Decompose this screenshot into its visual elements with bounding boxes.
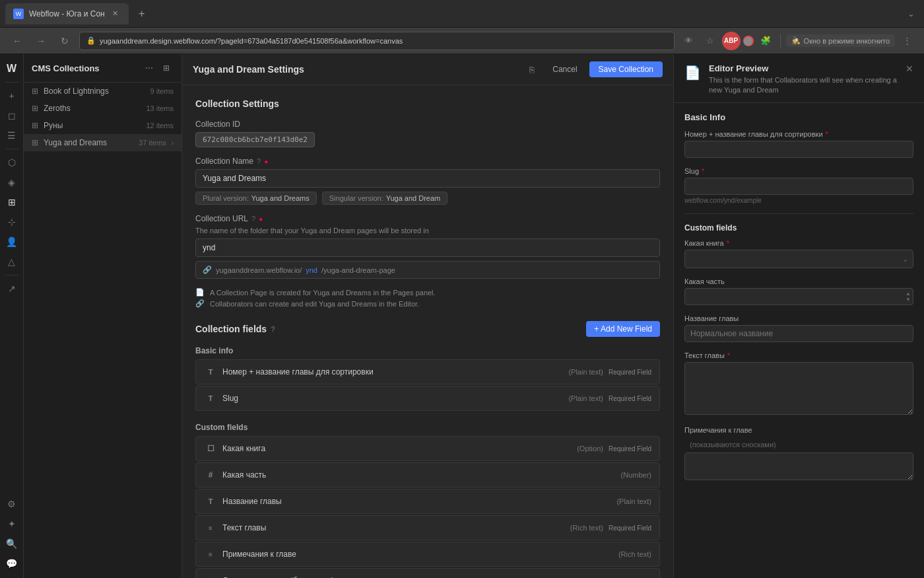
right-kniga-select[interactable] <box>684 250 913 268</box>
right-separator-1 <box>684 213 913 214</box>
field-row-otkryta[interactable]: ◉ Открыта для всех (бесплатно) (Switch) <box>195 568 660 578</box>
nav-separator <box>780 34 781 48</box>
right-tekst-textarea[interactable] <box>684 362 913 415</box>
right-field-tekst: Текст главы * <box>684 351 913 417</box>
right-prim-textarea[interactable] <box>684 452 913 480</box>
add-new-field-button[interactable]: + Add New Field <box>586 321 660 337</box>
assets-icon[interactable]: ◈ <box>3 173 21 192</box>
left-toolbar: W + ◻ ☰ ⬡ ◈ ⊞ ⊹ 👤 △ ↗ ⚙ ✦ 🔍 💬 <box>0 54 24 578</box>
custom-fields-list: ☐ Какая книга (Option) Required Field # … <box>195 436 660 578</box>
right-chast-arrows: ▲ ▼ <box>906 291 911 302</box>
ext-icon[interactable]: ⬤ <box>743 36 754 46</box>
bookmark-icon[interactable]: ☆ <box>701 32 719 50</box>
field-row-tekst[interactable]: ≡ Текст главы (Rich text) Required Field <box>195 515 660 540</box>
field-name-primechaniya: Примечания к главе <box>222 550 613 559</box>
lock-icon: 🔒 <box>86 36 96 45</box>
right-kniga-select-wrapper <box>684 250 913 268</box>
right-panel-close-button[interactable]: ✕ <box>906 63 913 74</box>
analytics-icon[interactable]: ↗ <box>3 279 21 298</box>
sidebar-item-book-of-lightnings[interactable]: ⊞ Book of Lightnings 9 items <box>24 83 182 100</box>
menu-button[interactable]: ⋮ <box>898 32 916 50</box>
right-url-hint: webflow.com/ynd/example <box>684 197 913 204</box>
chast-down-arrow[interactable]: ▼ <box>906 297 911 302</box>
cancel-button[interactable]: Cancel <box>546 61 583 77</box>
singular-tag: Singular version:Yuga and Dream <box>322 192 448 205</box>
sidebar: CMS Collections ⋯ ⊞ ⊞ Book of Lightnings… <box>24 54 182 578</box>
right-panel: 📄 Editor Preview This is the form that C… <box>673 54 924 578</box>
right-nomer-input[interactable] <box>684 141 913 158</box>
right-slug-label: Slug * <box>684 167 913 175</box>
browser-tab[interactable]: W Webflow - Юга и Сон ✕ <box>5 3 129 24</box>
back-button[interactable]: ← <box>8 32 26 50</box>
field-row-nazvanie[interactable]: T Название главы (Plain text) <box>195 489 660 514</box>
field-type-nomer: (Plain text) <box>568 368 603 376</box>
field-type-chast: (Number) <box>621 471 651 479</box>
forward-button[interactable]: → <box>32 32 50 50</box>
field-badge-kniga: Required Field <box>609 445 651 452</box>
field-type-prim: (Rich text) <box>618 550 651 558</box>
right-chast-label: Какая часть <box>684 277 913 285</box>
incognito-label: Окно в режиме инкогнито <box>804 37 890 45</box>
right-field-kniga: Какая книга * <box>684 239 913 268</box>
collection-url-group: Collection URL ? ● The name of the folde… <box>195 214 660 279</box>
components-icon[interactable]: ⬡ <box>3 153 21 172</box>
field-row-nomer[interactable]: T Номер + название главы для сортировки … <box>195 359 660 384</box>
field-badge-nomer: Required Field <box>609 369 651 376</box>
settings-icon[interactable]: ⚙ <box>3 495 21 513</box>
puzzle-icon[interactable]: 🧩 <box>756 32 775 50</box>
preview-title: Editor Preview <box>709 63 898 73</box>
sidebar-more-button[interactable]: ⋯ <box>142 61 156 75</box>
sidebar-item-zeroths[interactable]: ⊞ Zeroths 13 items <box>24 100 182 117</box>
users-icon[interactable]: 👤 <box>3 233 21 251</box>
field-badge-tekst: Required Field <box>609 524 651 532</box>
avatar-badge[interactable]: ABP <box>722 32 741 50</box>
collection-url-required: ● <box>259 215 263 223</box>
tab-overflow-button[interactable]: ⌄ <box>903 6 919 22</box>
right-slug-input[interactable] <box>684 178 913 195</box>
collection-name-input[interactable] <box>195 169 660 188</box>
right-nazvanie-input[interactable] <box>684 325 913 342</box>
right-nomer-required: * <box>826 130 828 138</box>
tab-close-button[interactable]: ✕ <box>110 9 121 19</box>
right-field-nazvanie: Название главы <box>684 314 913 342</box>
sidebar-item-runy[interactable]: ⊞ Руны 12 items <box>24 117 182 134</box>
add-icon[interactable]: + <box>3 87 21 105</box>
sidebar-title: CMS Collections <box>32 63 100 73</box>
collection-name-help-icon[interactable]: ? <box>257 157 261 165</box>
sidebar-actions: ⋯ ⊞ <box>142 61 174 75</box>
field-row-kniga[interactable]: ☐ Какая книга (Option) Required Field <box>195 436 660 461</box>
toolbar-separator-2 <box>5 149 18 149</box>
hide-icon[interactable]: 👁 <box>680 32 698 50</box>
right-chast-input[interactable] <box>684 288 913 305</box>
field-row-primechaniya[interactable]: ≡ Примечания к главе (Rich text) <box>195 542 660 567</box>
field-row-slug[interactable]: T Slug (Plain text) Required Field <box>195 386 660 411</box>
fields-help-icon[interactable]: ? <box>271 325 275 333</box>
logic-icon[interactable]: △ <box>3 252 21 271</box>
page-info-icon: 📄 <box>195 288 205 297</box>
new-tab-button[interactable]: + <box>133 5 151 23</box>
reload-button[interactable]: ↻ <box>55 32 74 50</box>
community-icon[interactable]: 💬 <box>3 554 21 573</box>
ecommerce-icon[interactable]: ⊹ <box>3 213 21 231</box>
layers-icon[interactable]: ☰ <box>3 126 21 145</box>
collection-url-input[interactable] <box>195 238 660 257</box>
search-icon[interactable]: 🔍 <box>3 534 21 553</box>
page-icon[interactable]: ◻ <box>3 106 21 125</box>
help-icon[interactable]: ✦ <box>3 515 21 533</box>
logo-icon[interactable]: W <box>3 59 21 78</box>
right-kniga-label: Какая книга * <box>684 239 913 247</box>
cms-icon[interactable]: ⊞ <box>3 193 21 211</box>
sidebar-item-name-3: Руны <box>44 121 141 130</box>
sidebar-grid-button[interactable]: ⊞ <box>159 61 174 75</box>
address-bar[interactable]: 🔒 yugaanddream.design.webflow.com/?pageI… <box>79 32 675 50</box>
sidebar-item-name-1: Book of Lightnings <box>44 87 145 96</box>
sidebar-item-yuga-dreams[interactable]: ⊞ Yuga and Dreams 37 items › <box>24 134 182 151</box>
right-panel-scroll: Basic Info Номер + название главы для со… <box>674 103 924 578</box>
copy-icon[interactable]: ⎘ <box>523 61 541 78</box>
save-collection-button[interactable]: Save Collection <box>589 61 663 77</box>
chast-up-arrow[interactable]: ▲ <box>906 291 911 296</box>
sidebar-header: CMS Collections ⋯ ⊞ <box>24 54 182 83</box>
collection-url-help-icon[interactable]: ? <box>251 215 255 223</box>
preview-icon: 📄 <box>684 65 701 81</box>
field-row-chast[interactable]: # Какая часть (Number) <box>195 462 660 488</box>
